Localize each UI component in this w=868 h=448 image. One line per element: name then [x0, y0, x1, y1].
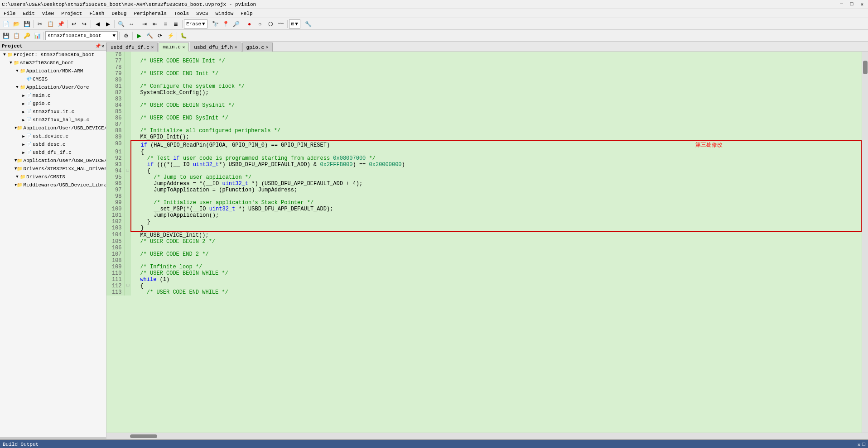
project-close[interactable]: ✕ — [101, 43, 104, 49]
tab-usbd-dfu-if-c[interactable]: usbd_dfu_if.c✕ — [106, 43, 158, 52]
project-resizer[interactable] — [0, 437, 106, 439]
tab-main-c[interactable]: main.c✕ — [159, 43, 189, 52]
project-pin[interactable]: 📌 — [95, 43, 101, 49]
replace-btn[interactable]: ↔ — [126, 19, 136, 29]
redo-btn[interactable]: ↪ — [79, 19, 89, 29]
code-line: 91 { — [106, 149, 861, 155]
pin-btn[interactable]: 📍 — [221, 19, 231, 29]
build-close[interactable]: ✕ — [858, 442, 861, 448]
maximize-btn[interactable]: □ — [848, 1, 856, 7]
menu-item-flash[interactable]: Flash — [86, 9, 108, 18]
tab-gpio-c[interactable]: gpio.c✕ — [242, 43, 273, 52]
t2-compile-btn[interactable]: 🔨 — [145, 31, 154, 41]
tree-item[interactable]: ▼📁Application/User/USB_DEVICE/App — [0, 124, 106, 132]
line-code: /* USER CODE END SysInit */ — [131, 115, 861, 121]
line-code: if (((*(__ IO uint32_t*) USBD_DFU_APP_DE… — [131, 162, 861, 168]
tab-usbd-dfu-if-h[interactable]: usbd_dfu_if.h✕ — [190, 43, 241, 52]
tree-item[interactable]: ▶📄gpio.c — [0, 100, 106, 108]
wrench-btn[interactable]: 🔧 — [304, 19, 313, 29]
tree-item[interactable]: ▼📁Middlewares/USB_Device_Library — [0, 181, 106, 189]
tree-icon: 📁 — [17, 182, 22, 188]
line-number: 96 — [106, 181, 125, 187]
unindent2-btn[interactable]: ≣ — [171, 19, 181, 29]
run-btn[interactable]: ● — [245, 19, 255, 29]
t2-flash-btn[interactable]: ⚡ — [165, 31, 175, 41]
line-fold — [125, 219, 131, 225]
stop-btn[interactable]: ○ — [255, 19, 265, 29]
cut-btn[interactable]: ✂ — [35, 19, 45, 29]
save-btn[interactable]: 💾 — [22, 19, 32, 29]
scope-btn[interactable]: 🔭 — [211, 19, 221, 29]
indent2-btn[interactable]: ≡ — [160, 19, 170, 29]
erase-dropdown[interactable]: Erase ▼ — [184, 19, 207, 29]
tree-item[interactable]: ▼📁stm32f103c8t6_boot — [0, 59, 106, 67]
layout-dropdown[interactable]: ⊞ ▼ — [289, 19, 300, 29]
tree-item[interactable]: ▶📄stm32f1xx_hal_msp.c — [0, 116, 106, 124]
menu-item-help[interactable]: Help — [237, 9, 256, 18]
t2-btn1[interactable]: 💾 — [1, 31, 11, 41]
line-code — [131, 77, 861, 83]
tab-close[interactable]: ✕ — [266, 45, 268, 50]
debug-btn[interactable]: ⬡ — [265, 19, 275, 29]
t2-build-btn[interactable]: ▶ — [134, 31, 144, 41]
tree-item[interactable]: ▶📄main.c — [0, 91, 106, 100]
tree-item[interactable]: ▼📁Application/MDK-ARM — [0, 67, 106, 75]
tab-close[interactable]: ✕ — [183, 45, 185, 50]
tree-label: Project: stm32f103c8t6_boot — [14, 52, 94, 57]
menu-item-edit[interactable]: Edit — [19, 9, 38, 18]
menu-item-svcs[interactable]: SVCS — [193, 9, 212, 18]
horizontal-scrollbar[interactable] — [106, 433, 868, 439]
line-fold — [125, 174, 131, 181]
code-line: 101 JumpToApplication(); — [106, 212, 861, 219]
tree-item[interactable]: ▶📄usbd_dfu_if.c — [0, 148, 106, 157]
tab-close[interactable]: ✕ — [151, 45, 154, 50]
line-number: 99 — [106, 200, 125, 206]
tree-item[interactable]: ▶📄usbd_desc.c — [0, 140, 106, 148]
tree-item[interactable]: ▶📄usb_device.c — [0, 132, 106, 140]
t2-btn4[interactable]: 📊 — [32, 31, 42, 41]
t2-debug-btn[interactable]: 🐛 — [178, 31, 188, 41]
t2-target-btn[interactable]: ⚙ — [121, 31, 131, 41]
tree-item[interactable]: ▼📁Application/User/Core — [0, 83, 106, 91]
project-panel: Project 📌 ✕ ▼📁Project: stm32f103c8t6_boo… — [0, 42, 106, 439]
tree-item[interactable]: 💎CMSIS — [0, 75, 106, 83]
menu-item-view[interactable]: View — [39, 9, 58, 18]
zoom-btn[interactable]: 🔎 — [231, 19, 241, 29]
target-dropdown[interactable]: stm32f103c8t6_boot ▼ — [45, 31, 118, 40]
build-max[interactable]: □ — [862, 442, 865, 448]
code-container[interactable]: 76 77 /* USER CODE BEGIN Init */78 79 /*… — [106, 52, 862, 433]
t2-btn2[interactable]: 📋 — [11, 31, 21, 41]
copy-btn[interactable]: 📋 — [45, 19, 55, 29]
find-btn[interactable]: 🔍 — [116, 19, 126, 29]
tree-item[interactable]: ▼📁Drivers/CMSIS — [0, 173, 106, 181]
tab-close[interactable]: ✕ — [235, 45, 237, 50]
tree-item[interactable]: ▼📁Application/User/USB_DEVICE/Target — [0, 157, 106, 165]
tree-item[interactable]: ▼📁Drivers/STM32F1xx_HAL_Driver — [0, 165, 106, 173]
line-fold — [125, 200, 131, 206]
wave-btn[interactable]: 〰 — [276, 19, 286, 29]
minimize-btn[interactable]: ─ — [837, 1, 846, 7]
new-btn[interactable]: 📄 — [1, 19, 11, 29]
vertical-scrollbar[interactable] — [862, 52, 868, 433]
undo-btn[interactable]: ↩ — [69, 19, 79, 29]
menu-item-file[interactable]: File — [0, 9, 19, 18]
menu-item-tools[interactable]: Tools — [170, 9, 193, 18]
menu-item-window[interactable]: Window — [212, 9, 237, 18]
menu-item-peripherals[interactable]: Peripherals — [130, 9, 170, 18]
nav-back[interactable]: ◀ — [92, 19, 102, 29]
sep9 — [287, 20, 288, 28]
menu-item-debug[interactable]: Debug — [108, 9, 130, 18]
nav-fwd[interactable]: ▶ — [103, 19, 113, 29]
tree-item[interactable]: ▶📄stm32f1xx.it.c — [0, 108, 106, 116]
tree-item[interactable]: ▼📁Project: stm32f103c8t6_boot — [0, 51, 106, 59]
t2-btn3[interactable]: 🔑 — [22, 31, 32, 41]
menu-item-project[interactable]: Project — [58, 9, 86, 18]
open-btn[interactable]: 📂 — [11, 19, 21, 29]
unindent-btn[interactable]: ⇤ — [150, 19, 160, 29]
code-line: 103 } — [106, 225, 861, 232]
tree-label: Application/User/USB_DEVICE/Target — [23, 158, 106, 163]
indent-btn[interactable]: ⇥ — [140, 19, 149, 29]
paste-btn[interactable]: 📌 — [56, 19, 66, 29]
close-btn[interactable]: ✕ — [858, 1, 866, 7]
t2-rebuild-btn[interactable]: ⟳ — [155, 31, 165, 41]
